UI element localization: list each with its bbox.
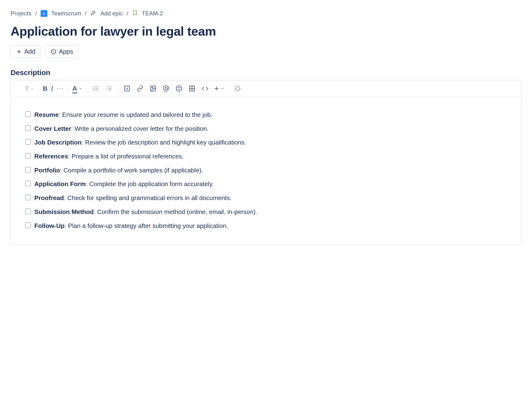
svg-text:3: 3 <box>106 89 107 91</box>
svg-line-35 <box>236 87 237 88</box>
plus-icon <box>16 49 22 55</box>
checkbox[interactable] <box>25 222 31 228</box>
checklist-item: Application Form: Complete the job appli… <box>25 180 507 189</box>
checklist-item-label: Proofread <box>34 194 64 202</box>
checklist-item: Submission Method: Confirm the submissio… <box>25 208 507 217</box>
apps-button[interactable]: Apps <box>45 45 79 58</box>
breadcrumb-separator: / <box>127 10 128 17</box>
breadcrumb: Projects / Teamscrum / Add epic / TEAM-2 <box>11 10 521 17</box>
checklist-item-text: : Review the job description and highlig… <box>81 139 246 146</box>
checklist-item: Cover Letter: Write a personalized cover… <box>25 124 507 133</box>
checklist-item-label: References <box>34 153 68 160</box>
checklist-item: Follow-Up: Plan a follow-up strategy aft… <box>25 221 507 231</box>
plus-icon <box>213 85 220 92</box>
checkbox[interactable] <box>25 181 31 186</box>
checkbox[interactable] <box>25 167 31 173</box>
checklist-item-text: : Plan a follow-up strategy after submit… <box>65 222 228 229</box>
text-color-dropdown[interactable]: A <box>72 84 82 93</box>
chevron-down-icon <box>79 87 82 90</box>
svg-point-11 <box>93 90 94 90</box>
breadcrumb-separator: / <box>35 10 37 17</box>
emoji-button[interactable] <box>174 84 184 93</box>
editor-content[interactable]: Resume: Ensure your resume is updated an… <box>11 97 521 245</box>
checklist-item-text: : Complete the job application form accu… <box>86 180 214 188</box>
insert-more-dropdown[interactable] <box>213 84 224 93</box>
link-button[interactable] <box>135 84 145 93</box>
checklist-item-text: : Compile a portfolio of work samples (i… <box>60 167 203 174</box>
checklist-item-label: Portfolio <box>34 167 60 174</box>
chevron-down-icon <box>220 87 224 90</box>
table-button[interactable] <box>187 84 197 93</box>
svg-point-6 <box>53 51 54 52</box>
svg-line-38 <box>239 87 240 88</box>
svg-point-22 <box>165 87 167 89</box>
checklist-item-label: Submission Method <box>34 208 94 215</box>
checklist-item-label: Resume <box>34 111 59 118</box>
breadcrumb-project-name[interactable]: Teamscrum <box>51 10 81 17</box>
checklist-item-label: Follow-Up <box>34 222 65 229</box>
editor-toolbar: T B I ··· A 123 <box>11 80 521 97</box>
action-buttons-row: Add Apps <box>11 45 521 58</box>
svg-point-7 <box>93 87 94 87</box>
text-style-dropdown[interactable]: T <box>25 84 34 93</box>
checklist-item-label: Cover Letter <box>34 125 71 132</box>
checkbox[interactable] <box>25 195 31 200</box>
svg-rect-2 <box>43 14 45 15</box>
checkbox[interactable] <box>25 208 31 214</box>
breadcrumb-add-epic[interactable]: Add epic <box>100 10 123 17</box>
checklist-item: References: Prepare a list of profession… <box>25 152 507 161</box>
svg-point-25 <box>179 87 180 88</box>
add-button[interactable]: Add <box>11 45 41 58</box>
image-button[interactable] <box>148 84 158 93</box>
svg-point-0 <box>43 13 44 13</box>
description-editor: T B I ··· A 123 <box>11 80 521 245</box>
page-title[interactable]: Application for lawyer in legal team <box>11 24 521 38</box>
checklist-item-text: : Write a personalized cover letter for … <box>71 125 209 132</box>
breadcrumb-issue-key[interactable]: TEAM-2 <box>142 10 163 17</box>
checklist-item-text: : Ensure your resume is updated and tail… <box>59 111 212 118</box>
chevron-down-icon <box>30 87 34 91</box>
bold-button[interactable]: B <box>43 84 47 93</box>
checklist-item: Job Description: Review the job descript… <box>25 138 507 147</box>
ai-assist-button[interactable] <box>233 84 242 93</box>
svg-point-24 <box>178 87 178 88</box>
svg-rect-19 <box>124 86 130 91</box>
checkbox[interactable] <box>25 153 31 159</box>
svg-point-1 <box>44 13 45 13</box>
mention-button[interactable] <box>161 84 171 93</box>
project-avatar-icon[interactable] <box>41 10 47 17</box>
numbered-list-button[interactable]: 123 <box>104 84 114 93</box>
checklist-item-text: : Prepare a list of professional referen… <box>68 153 184 160</box>
checklist: Resume: Ensure your resume is updated an… <box>25 110 507 230</box>
checkbox[interactable] <box>25 139 31 145</box>
checklist-item-label: Application Form <box>34 180 86 188</box>
bullet-list-button[interactable] <box>91 84 101 93</box>
checklist-item: Portfolio: Compile a portfolio of work s… <box>25 166 507 175</box>
checkbox[interactable] <box>25 111 31 117</box>
svg-point-23 <box>176 86 182 91</box>
svg-point-9 <box>93 88 94 89</box>
add-button-label: Add <box>24 48 35 55</box>
apps-button-label: Apps <box>59 48 73 55</box>
italic-button[interactable]: I <box>51 84 53 93</box>
bookmark-icon <box>132 10 138 17</box>
svg-line-36 <box>239 90 240 91</box>
checklist-item: Resume: Ensure your resume is updated an… <box>25 110 507 120</box>
svg-line-37 <box>236 90 237 91</box>
action-item-button[interactable] <box>122 84 132 93</box>
checkbox[interactable] <box>25 125 31 131</box>
svg-point-21 <box>152 87 153 88</box>
edit-icon <box>90 10 97 17</box>
checklist-item-label: Job Description <box>34 139 81 146</box>
description-heading: Description <box>11 69 521 77</box>
code-button[interactable] <box>200 84 210 93</box>
apps-icon <box>51 49 56 55</box>
more-formatting-button[interactable]: ··· <box>56 84 63 93</box>
checklist-item-text: : Check for spelling and grammatical err… <box>64 194 232 202</box>
breadcrumb-projects[interactable]: Projects <box>11 10 31 17</box>
checklist-item-text: : Confirm the submission method (online,… <box>94 208 257 215</box>
breadcrumb-separator: / <box>85 10 87 17</box>
checklist-item: Proofread: Check for spelling and gramma… <box>25 194 507 203</box>
